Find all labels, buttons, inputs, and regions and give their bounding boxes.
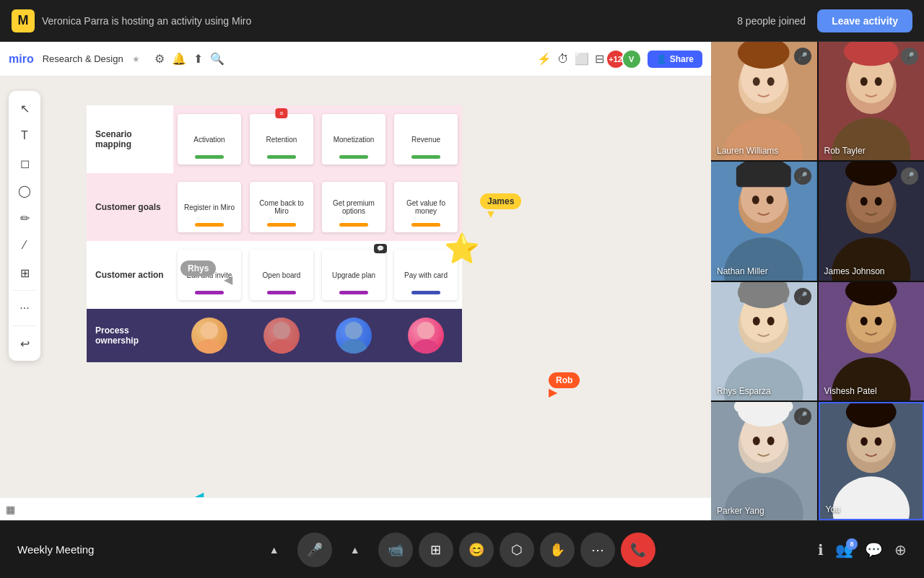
process-cell-4 bbox=[390, 309, 462, 362]
emoji-button[interactable]: 😊 bbox=[459, 533, 494, 567]
sticky-value: Get value fo money bbox=[394, 182, 458, 232]
scenario-mapping-label: Scenario mapping bbox=[87, 105, 173, 173]
more-tools[interactable]: ··· bbox=[13, 297, 36, 320]
present-button[interactable]: ⬡ bbox=[500, 533, 534, 567]
audio-up-button[interactable]: ▲ bbox=[257, 533, 292, 567]
chat-button[interactable]: 💬 bbox=[865, 541, 883, 559]
search-icon[interactable]: 🔍 bbox=[210, 52, 225, 66]
process-avatar-2 bbox=[263, 318, 300, 354]
svg-point-0 bbox=[201, 322, 218, 339]
participant-name-rhys: Rhys Esparza bbox=[717, 386, 771, 396]
leave-activity-button[interactable]: Leave activity bbox=[817, 9, 912, 32]
canvas-area: miro Research & Design ★ ⚙ 🔔 ⬆ 🔍 ⚡ ⏱ ⬜ ⊟… bbox=[0, 42, 711, 520]
participant-name-parker: Parker Yang bbox=[717, 506, 764, 516]
share-button[interactable]: 👤 Share bbox=[648, 51, 702, 68]
cell-openboard: Open board bbox=[245, 241, 318, 309]
frame-tool[interactable]: ⊞ bbox=[13, 261, 36, 284]
text-tool[interactable]: T bbox=[13, 124, 36, 147]
process-avatar-1 bbox=[191, 318, 227, 354]
participant-tile-nathan: 🎤 Nathan Miller bbox=[711, 162, 817, 280]
sticky-bar-edit bbox=[195, 291, 224, 294]
svg-point-56 bbox=[753, 437, 760, 445]
svg-rect-44 bbox=[740, 282, 788, 302]
notifications-icon[interactable]: 🔔 bbox=[172, 52, 186, 66]
settings-icon[interactable]: ⚙ bbox=[154, 52, 165, 66]
timer-icon[interactable]: ⏱ bbox=[557, 53, 569, 66]
note-tool[interactable]: ◻ bbox=[13, 152, 36, 175]
svg-point-35 bbox=[874, 197, 881, 206]
svg-point-26 bbox=[752, 196, 759, 204]
sticky-revenue: Revenue bbox=[394, 114, 458, 165]
sticky-bar-activation bbox=[195, 155, 224, 159]
meeting-title: Weekly Meeting bbox=[17, 543, 94, 556]
mute-icon-parker: 🎤 bbox=[794, 408, 811, 425]
more-options-button[interactable]: ⋯ bbox=[580, 533, 615, 567]
svg-point-65 bbox=[860, 437, 868, 446]
process-cell-2 bbox=[245, 309, 318, 362]
tool-divider bbox=[13, 290, 36, 291]
process-cell-1 bbox=[173, 309, 245, 362]
line-tool[interactable]: ∕ bbox=[13, 234, 36, 257]
end-call-button[interactable]: 📞 bbox=[621, 533, 655, 567]
canvas-wrapper[interactable]: ↖ T ◻ ◯ ✏ ∕ ⊞ ··· ↩ James ▼ Rhys ◀ Rob ▶ bbox=[0, 76, 711, 497]
sticky-bar-pay bbox=[411, 291, 440, 294]
sticky-bar-register bbox=[195, 223, 224, 227]
lightning-icon[interactable]: ⚡ bbox=[537, 52, 552, 66]
favorite-star-icon[interactable]: ★ bbox=[132, 54, 140, 64]
mute-icon-lauren: 🎤 bbox=[794, 48, 811, 65]
sticky-comeback: Come back to Miro bbox=[250, 182, 313, 232]
raise-hand-button[interactable]: ✋ bbox=[540, 533, 575, 567]
info-button[interactable]: ℹ bbox=[818, 541, 824, 559]
select-tool[interactable]: ↖ bbox=[13, 97, 36, 120]
pen-tool[interactable]: ✏ bbox=[13, 206, 36, 229]
svg-point-19 bbox=[860, 77, 867, 86]
cell-comeback: Come back to Miro bbox=[245, 173, 318, 241]
sticky-bar-openboard bbox=[267, 291, 296, 294]
cell-revenue: Revenue bbox=[390, 105, 462, 173]
microphone-button[interactable]: 🎤 bbox=[297, 533, 332, 567]
people-count: 8 people joined bbox=[737, 15, 806, 27]
cursor-arrow-lauren: ◀ bbox=[195, 489, 204, 497]
cell-activation: Activation bbox=[173, 105, 245, 173]
layout-button[interactable]: ⊞ bbox=[419, 533, 453, 567]
participants-sidebar: 🎤 Lauren Williams 🎤 Rob Tayler bbox=[711, 42, 924, 520]
process-avatar-4 bbox=[408, 318, 444, 354]
process-ownership-label: Process ownership bbox=[87, 309, 173, 362]
svg-point-7 bbox=[411, 339, 440, 354]
svg-point-50 bbox=[874, 317, 881, 325]
cell-upgrade: 💬 Upgrade plan bbox=[318, 241, 390, 309]
export-icon[interactable]: ⬆ bbox=[193, 52, 203, 66]
bottom-bar: Weekly Meeting ▲ 🎤 ▲ 📹 ⊞ 😊 ⬡ ✋ ⋯ 📞 ℹ 👥 8… bbox=[0, 520, 924, 578]
activities-button[interactable]: ⊕ bbox=[894, 541, 907, 559]
cursor-james: James bbox=[480, 193, 521, 209]
main-content: miro Research & Design ★ ⚙ 🔔 ⬆ 🔍 ⚡ ⏱ ⬜ ⊟… bbox=[0, 42, 924, 520]
frame-bar: ▦ bbox=[0, 497, 711, 520]
cursor-rhys: Rhys bbox=[180, 260, 216, 276]
meeting-title-section: Weekly Meeting bbox=[17, 543, 94, 556]
participants-button[interactable]: 👥 8 bbox=[835, 541, 853, 559]
sticky-upgrade: 💬 Upgrade plan bbox=[322, 250, 385, 300]
frames-icon[interactable]: ⬜ bbox=[575, 52, 589, 66]
sticky-premium: Get premium options bbox=[322, 182, 385, 232]
scenario-mapping-row: Scenario mapping Activation ≡ Retention bbox=[87, 105, 578, 173]
left-tool-panel: ↖ T ◻ ◯ ✏ ∕ ⊞ ··· ↩ bbox=[9, 91, 40, 361]
frame-panel-icon[interactable]: ▦ bbox=[6, 504, 15, 515]
customer-action-label: Customer action bbox=[87, 241, 173, 309]
video-up-button[interactable]: ▲ bbox=[338, 533, 372, 567]
undo-tool[interactable]: ↩ bbox=[13, 332, 36, 355]
controls-right: ℹ 👥 8 💬 ⊕ bbox=[818, 541, 907, 559]
sticky-bar-upgrade bbox=[339, 291, 368, 294]
grid-icon[interactable]: ⊟ bbox=[595, 52, 604, 66]
top-bar-right: 8 people joined Leave activity bbox=[737, 9, 912, 32]
cell-retention: ≡ Retention bbox=[245, 105, 318, 173]
svg-point-1 bbox=[195, 339, 224, 354]
shape-tool[interactable]: ◯ bbox=[13, 179, 36, 202]
mute-icon-nathan: 🎤 bbox=[794, 167, 811, 185]
svg-point-57 bbox=[767, 437, 775, 445]
share-icon: 👤 bbox=[656, 54, 667, 64]
svg-point-3 bbox=[267, 339, 296, 354]
toolbar-right: ⚡ ⏱ ⬜ ⊟ +12 V 👤 Share bbox=[537, 49, 702, 69]
sticky-bar-comeback bbox=[267, 223, 296, 227]
camera-button[interactable]: 📹 bbox=[378, 533, 413, 567]
svg-point-12 bbox=[753, 77, 760, 86]
